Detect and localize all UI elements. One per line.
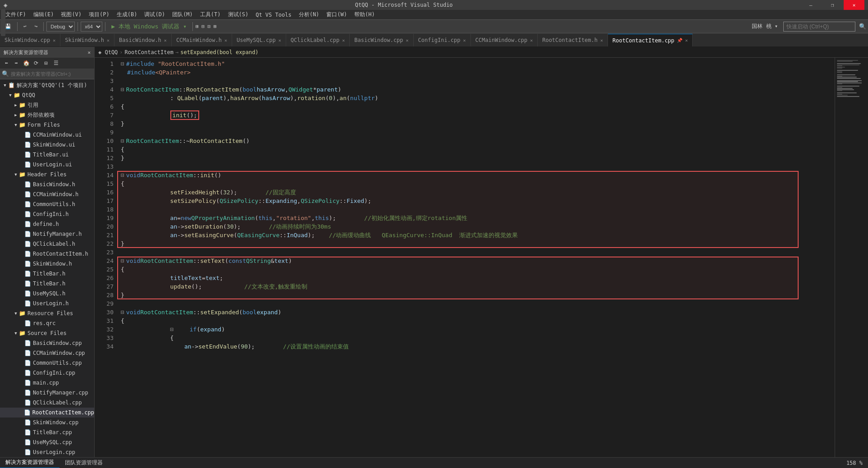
se-forward-icon[interactable]: ➡ [12,59,21,68]
tab-skinwindow-h[interactable]: SkinWindow.h ✕ [60,34,114,46]
tree-item[interactable]: 📄SkinWindow.h [0,259,94,269]
config-dropdown[interactable]: Debug [46,22,75,32]
tab-close-icon[interactable]: ✕ [224,38,227,43]
tree-item[interactable]: 📄BasicWindow.cpp [0,338,94,348]
menu-file[interactable]: 文件(F) [2,10,30,19]
menu-view[interactable]: 视图(V) [57,10,85,19]
tab-skinwindow-cpp[interactable]: SkinWindow.cpp ✕ [0,34,60,46]
tab-ccmainwindow-h[interactable]: CCMainWindow.h ✕ [172,34,232,46]
tree-item[interactable]: 📄TitleBar.h [0,279,94,289]
tree-item[interactable]: 📄TitleBar.h [0,269,94,279]
code-line-7: init(); [121,111,835,119]
tree-item[interactable]: 📄RootContactItem.h [0,249,94,259]
tree-arrow-icon: ▼ [13,172,19,177]
tab-rootcontactitem-cpp[interactable]: RootContactItem.cpp 📌 ✕ [608,34,693,46]
tree-item[interactable]: 📄CCMainWindow.ui [0,130,94,140]
tree-item[interactable]: 📄CommonUtils.cpp [0,358,94,368]
tab-close-icon[interactable]: ✕ [600,38,603,43]
se-search-input[interactable] [11,71,83,77]
toolbar-undo[interactable]: ↩ [20,22,30,31]
tree-item[interactable]: 📄res.qrc [0,318,94,328]
platform-dropdown[interactable]: x64 [81,22,102,32]
tree-item-label: res.qrc [33,320,56,326]
tree-item[interactable]: ▶📁引用 [0,100,94,110]
se-collapse-icon[interactable]: ⊟ [41,59,50,68]
tree-item[interactable]: 📄NotifyManager.cpp [0,388,94,398]
tree-item[interactable]: 📄CommonUtils.h [0,199,94,209]
minimize-button[interactable]: — [800,0,821,10]
tree-item[interactable]: 📄UseMySQL.cpp [0,437,94,447]
tree-item[interactable]: 📄BasicWindow.h [0,179,94,189]
tree-item[interactable]: ▼📁Resource Files [0,308,94,318]
tree-item[interactable]: 📄CCMainWindow.cpp [0,348,94,358]
tree-item[interactable]: ▼📁Source Files [0,328,94,338]
tab-configini-cpp[interactable]: ConfigIni.cpp ✕ [414,34,471,46]
se-close-icon[interactable]: ✕ [87,50,91,55]
tab-close-icon[interactable]: ✕ [279,38,281,43]
tab-team-explorer[interactable]: 团队资源管理器 [59,458,108,468]
tree-item[interactable]: 📄RootContactItem.cpp [0,408,94,418]
tree-item[interactable]: 📄SkinWindow.ui [0,140,94,150]
tree-item[interactable]: 📄UserLogin.ui [0,160,94,170]
se-back-icon[interactable]: ⬅ [2,59,11,68]
tree-item[interactable]: 📄TitleBar.cpp [0,427,94,437]
tree-item[interactable]: 📄main.cpp [0,378,94,388]
tree-item[interactable]: 📄UseMySQL.h [0,289,94,298]
se-home-icon[interactable]: 🏠 [22,59,31,68]
tree-item[interactable]: 📄UserLogin.cpp [0,447,94,457]
start-debug-button[interactable]: ▶ 本地 Windows 调试器 ▾ [108,21,190,32]
tab-qclicklabel-cpp[interactable]: QClickLabel.cpp ✕ [286,34,350,46]
menu-edit[interactable]: 编辑(E) [30,10,58,19]
se-settings-icon[interactable]: ☰ [51,59,60,68]
tab-close-icon[interactable]: ✕ [463,38,466,43]
quick-search-input[interactable] [783,22,855,32]
tree-item[interactable]: 📄define.h [0,219,94,229]
menu-qt[interactable]: Qt VS Tools [252,11,295,19]
menu-debug[interactable]: 调试(D) [141,10,169,19]
tab-basicwindow-h[interactable]: BasicWindow.h ✕ [114,34,172,46]
tab-usemysql-cpp[interactable]: UseMySQL.cpp ✕ [232,34,286,46]
right-scrollbar[interactable] [862,58,868,457]
tab-solution-explorer[interactable]: 解决方案资源管理器 [0,458,59,468]
tab-close-icon[interactable]: ✕ [164,38,167,43]
tab-close-icon[interactable]: ✕ [53,38,55,43]
tree-item[interactable]: 📄SkinWindow.cpp [0,418,94,427]
tree-item[interactable]: 📄NotifyManager.h [0,229,94,239]
menu-window[interactable]: 窗口(W) [323,10,351,19]
tree-item[interactable]: 📄QClickLabel.h [0,239,94,249]
maximize-button[interactable]: ❐ [822,0,843,10]
tree-item[interactable]: 📄CCMainWindow.h [0,189,94,199]
menu-tools[interactable]: 工具(T) [196,10,224,19]
tree-item[interactable]: 📄UserLogin.h [0,298,94,308]
tree-item[interactable]: ▼📋解决方案'QtQQ'(1 个项目) [0,80,94,90]
tab-close-icon[interactable]: ✕ [107,38,110,43]
tab-basicwindow-cpp[interactable]: BasicWindow.cpp ✕ [350,34,413,46]
close-button[interactable]: ✕ [844,0,864,10]
tree-item[interactable]: ▼📁Header Files [0,170,94,179]
toolbar-redo[interactable]: ↪ [32,22,41,31]
tab-close-icon[interactable]: ✕ [685,38,688,43]
se-sync-icon[interactable]: ⟳ [32,59,41,68]
menu-team[interactable]: 团队(M) [169,10,196,19]
tree-item[interactable]: 📄QClickLabel.cpp [0,398,94,408]
tab-rootcontactitem-h[interactable]: RootContactItem.h ✕ [538,34,608,46]
line-num: 6 [98,102,114,111]
menu-help[interactable]: 帮助(H) [351,10,379,19]
menu-analyze[interactable]: 分析(N) [295,10,323,19]
tab-close-icon[interactable]: ✕ [406,38,409,43]
menu-build[interactable]: 生成(B) [113,10,141,19]
code-area[interactable]: ⊟#include "RootContactItem.h" #include <… [117,58,835,457]
tab-close-icon[interactable]: ✕ [342,38,345,43]
tab-close-icon[interactable]: ✕ [530,38,533,43]
menu-test[interactable]: 测试(S) [224,10,252,19]
tree-item[interactable]: ▼📁QtQQ [0,90,94,100]
tree-item[interactable]: 📄ConfigIni.h [0,209,94,219]
tab-pin-icon[interactable]: 📌 [677,38,682,43]
line-num: 23 [98,248,114,257]
tree-item[interactable]: ▶📁外部依赖项 [0,110,94,120]
tree-item[interactable]: 📄TitleBar.ui [0,150,94,160]
tree-item[interactable]: 📄ConfigIni.cpp [0,368,94,378]
menu-project[interactable]: 项目(P) [85,10,113,19]
tree-item[interactable]: ▼📁Form Files [0,120,94,130]
tab-ccmainwindow-cpp[interactable]: CCMainWindow.cpp ✕ [471,34,538,46]
